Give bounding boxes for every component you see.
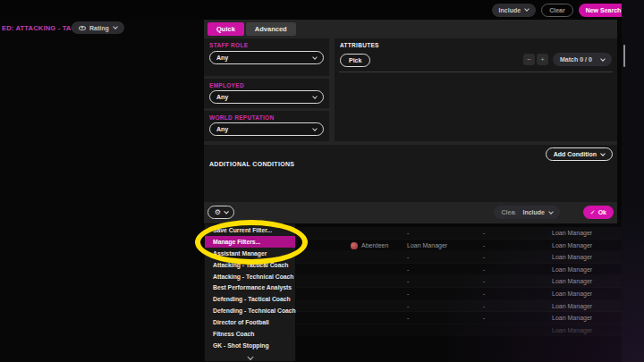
filter-menu-item[interactable]: GK - Shot Stopping: [205, 340, 295, 351]
results-table: --Loan ManagerAberdeenLoan Manager-Loan …: [295, 227, 623, 336]
world-reputation-section: WORLD REPUTATION Any: [204, 111, 329, 141]
world-reputation-value: Any: [216, 126, 228, 132]
job-cell: Loan Manager: [552, 254, 592, 260]
rating-view-dropdown[interactable]: Rating: [72, 21, 124, 34]
panel-include-dropdown[interactable]: Include: [515, 206, 560, 219]
staff-role-select[interactable]: Any: [209, 51, 324, 64]
chevron-down-icon: [312, 126, 318, 131]
attributes-divider: [339, 72, 613, 72]
employed-label: EMPLOYED: [209, 82, 244, 88]
table-row[interactable]: --Loan Manager: [295, 300, 623, 313]
role-cell: -: [407, 303, 409, 309]
world-reputation-label: WORLD REPUTATION: [209, 114, 274, 121]
mid-cell: -: [483, 278, 485, 284]
table-row[interactable]: --Loan Manager: [295, 288, 623, 300]
mid-cell: -: [483, 242, 485, 248]
search-tabs: QuickAdvanced: [208, 22, 296, 36]
job-cell: Loan Manager: [552, 315, 592, 321]
mid-cell: -: [483, 290, 485, 297]
add-condition-button[interactable]: Add Condition: [546, 147, 613, 161]
attributes-section: ATTRIBUTES Pick − + Match 0 / 0: [335, 38, 617, 141]
match-decrease-button[interactable]: −: [523, 54, 535, 65]
job-cell: Loan Manager: [552, 303, 592, 309]
match-count-dropdown[interactable]: Match 0 / 0: [553, 53, 612, 66]
table-row[interactable]: Loan Manager: [295, 324, 623, 337]
top-include-label: Include: [499, 7, 521, 13]
mid-cell: -: [483, 266, 485, 273]
chevron-down-icon: [312, 94, 318, 99]
new-search-button[interactable]: New Search: [579, 4, 629, 17]
additional-conditions-section: ADDITIONAL CONDITIONS Add Condition: [204, 145, 617, 202]
table-row[interactable]: AberdeenLoan Manager-Loan Manager: [295, 240, 623, 252]
top-bar: Include Clear New Search ›: [0, 0, 644, 20]
mid-cell: -: [483, 315, 485, 321]
filter-options-gear-button[interactable]: ⚙: [208, 206, 234, 219]
filter-menu-item[interactable]: Best Performance Analysts: [205, 282, 295, 293]
employed-value: Any: [216, 94, 228, 100]
ok-button[interactable]: ✓ Ok: [583, 206, 614, 219]
job-cell: Loan Manager: [552, 278, 592, 284]
app-window: Include Clear New Search › ED: ATTACKING…: [0, 0, 644, 362]
tab-quick[interactable]: Quick: [208, 22, 244, 36]
staff-role-label: STAFF ROLE: [209, 42, 248, 48]
table-row[interactable]: --Loan Manager: [295, 275, 623, 288]
employed-select[interactable]: Any: [209, 90, 324, 104]
role-cell: -: [407, 315, 409, 321]
filter-menu-item[interactable]: Director of Football: [205, 316, 295, 328]
pick-attributes-button[interactable]: Pick: [340, 54, 370, 67]
eye-icon: [79, 26, 86, 30]
filter-menu-item[interactable]: Defending - Technical Coach: [205, 305, 295, 316]
job-cell: Loan Manager: [552, 266, 592, 273]
chevron-down-icon: [224, 209, 228, 214]
role-cell: -: [407, 278, 409, 284]
world-reputation-select[interactable]: Any: [209, 122, 324, 136]
chevron-down-icon: [312, 55, 318, 60]
table-row[interactable]: --Loan Manager: [295, 227, 623, 240]
filter-menu-item[interactable]: Fitness Coach: [205, 328, 295, 340]
table-row[interactable]: --Loan Manager: [295, 251, 623, 264]
chevron-down-icon: [113, 24, 118, 29]
club-crest-icon: [351, 242, 358, 249]
attributes-label: ATTRIBUTES: [340, 42, 379, 48]
new-search-label: New Search: [586, 7, 622, 13]
panel-include-label: Include: [522, 209, 545, 215]
filter-menu-item[interactable]: Save Current Filter...: [205, 224, 295, 236]
tab-advanced[interactable]: Advanced: [246, 22, 296, 36]
staff-role-value: Any: [216, 55, 228, 61]
role-cell: Loan Manager: [407, 242, 447, 248]
match-increase-button[interactable]: +: [537, 54, 548, 65]
filter-menu-item[interactable]: Defending - Tactical Coach: [205, 293, 295, 305]
filter-menu-item[interactable]: Assistant Manager: [205, 248, 295, 259]
panel-clear-label: Clear: [501, 209, 517, 215]
role-cell: -: [407, 254, 409, 260]
job-cell: Loan Manager: [552, 327, 592, 333]
mid-cell: -: [483, 230, 485, 236]
filter-menu-item[interactable]: Manage Filters...: [205, 236, 295, 248]
top-include-dropdown[interactable]: Include: [492, 4, 537, 17]
chevron-down-icon: [524, 6, 530, 12]
table-row[interactable]: --Loan Manager: [295, 264, 623, 276]
add-condition-label: Add Condition: [554, 151, 597, 157]
chevron-down-icon: [600, 151, 606, 156]
job-cell: Loan Manager: [552, 230, 592, 236]
vertical-scrollbar[interactable]: [623, 45, 625, 67]
mid-cell: -: [483, 254, 485, 260]
rating-label: Rating: [89, 25, 109, 31]
filter-menu-item[interactable]: Attacking - Tactical Coach: [205, 259, 295, 271]
menu-scroll-down-icon[interactable]: [247, 354, 253, 360]
chevron-down-icon: [548, 209, 554, 215]
filter-menu: Save Current Filter...Manage Filters...A…: [204, 223, 296, 362]
gear-icon: ⚙: [215, 208, 221, 216]
job-cell: Loan Manager: [552, 290, 592, 297]
role-cell: -: [407, 230, 409, 236]
chevron-down-icon: [600, 56, 606, 62]
match-count-label: Match 0 / 0: [560, 56, 592, 63]
top-clear-button[interactable]: Clear: [541, 4, 573, 17]
filter-menu-item[interactable]: Attacking - Technical Coach: [205, 271, 295, 282]
search-filter-panel: QuickAdvanced STAFF ROLE Any EMPLOYED An…: [204, 20, 617, 223]
club-cell: Aberdeen: [361, 242, 388, 248]
role-cell: -: [407, 266, 409, 273]
table-row[interactable]: --Loan Manager: [295, 312, 623, 324]
panel-footer: ⚙ Clear Include ✓ Ok: [204, 202, 617, 223]
employed-section: EMPLOYED Any: [204, 79, 329, 108]
